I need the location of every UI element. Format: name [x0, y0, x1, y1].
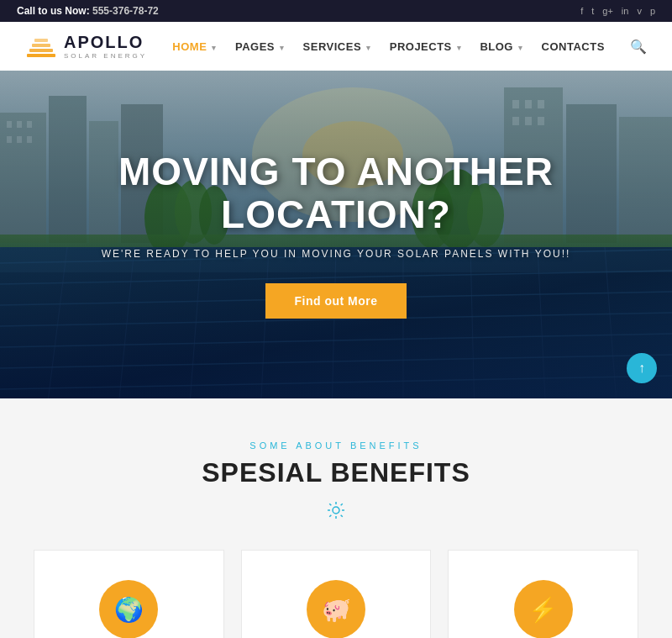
chevron-down-icon: ▾ — [280, 44, 285, 52]
chevron-down-icon: ▾ — [518, 44, 523, 52]
brand-name: APOLLO — [64, 32, 147, 52]
card-save-planet: 🌍 SAVE THE PLANET Besides all the materi… — [34, 550, 224, 638]
benefits-section: SOME ABOUT BENEFITS SPESIAL BENEFITS 🌍 S… — [0, 398, 672, 638]
vimeo-icon[interactable]: v — [637, 6, 642, 16]
top-bar: Call to us Now: 555-376-78-72 f t g+ in … — [0, 0, 672, 22]
navbar: APOLLO SOLAR ENERGY HOME ▾ PAGES ▾ SERVI… — [0, 22, 672, 71]
hero-title-line2: LOCATION? — [221, 192, 451, 236]
social-icons: f t g+ in v p — [580, 6, 655, 16]
brand-sub: SOLAR ENERGY — [64, 52, 147, 61]
linkedin-icon[interactable]: in — [622, 6, 629, 16]
svg-rect-2 — [32, 44, 50, 47]
chevron-down-icon: ▾ — [366, 44, 371, 52]
hero-title: MOVING TO ANOTHER LOCATION? — [118, 150, 554, 235]
nav-link-services[interactable]: SERVICES ▾ — [303, 40, 371, 53]
hero-content: MOVING TO ANOTHER LOCATION? WE'RE READY … — [0, 71, 672, 398]
chevron-down-icon: ▾ — [212, 44, 217, 52]
scroll-up-button[interactable]: ↑ — [627, 353, 657, 383]
phone-number: 555-376-78-72 — [92, 5, 159, 17]
benefits-title: SPESIAL BENEFITS — [17, 457, 655, 488]
hero-cta-button[interactable]: Find out More — [265, 283, 406, 319]
svg-rect-0 — [27, 54, 55, 57]
save-planet-icon: 🌍 — [99, 580, 158, 638]
logo: APOLLO SOLAR ENERGY — [25, 30, 147, 62]
gear-icon — [17, 500, 655, 525]
facebook-icon[interactable]: f — [580, 6, 583, 16]
nav-link-blog[interactable]: BLOG ▾ — [480, 40, 522, 53]
hero-subtitle: WE'RE READY TO HELP YOU IN MOVING YOUR S… — [102, 248, 571, 260]
card-control-energy: ⚡ CONTROL YOUR ENERGY Solar empowers bot… — [448, 550, 638, 638]
twitter-icon[interactable]: t — [591, 6, 594, 16]
nav-links: HOME ▾ PAGES ▾ SERVICES ▾ PROJECTS ▾ BLO… — [172, 39, 605, 54]
nav-item-pages[interactable]: PAGES ▾ — [235, 39, 285, 54]
svg-rect-3 — [34, 39, 48, 42]
svg-rect-1 — [29, 49, 53, 52]
nav-link-contacts[interactable]: CONTACTS — [542, 40, 605, 53]
svg-point-54 — [333, 507, 339, 514]
googleplus-icon[interactable]: g+ — [602, 6, 613, 16]
nav-link-projects[interactable]: PROJECTS ▾ — [390, 40, 462, 53]
call-label: Call to us Now: — [17, 5, 90, 17]
cut-bill-icon: 🐖 — [307, 580, 365, 638]
control-energy-icon: ⚡ — [514, 580, 573, 638]
card-cut-bill: 🐖 CUT YOUR BILL It is a time-proven fact… — [241, 550, 432, 638]
search-icon[interactable]: 🔍 — [630, 39, 647, 55]
logo-icon — [25, 30, 57, 62]
chevron-down-icon: ▾ — [457, 44, 462, 52]
nav-item-contacts[interactable]: CONTACTS — [542, 39, 605, 54]
cards-row: 🌍 SAVE THE PLANET Besides all the materi… — [17, 550, 655, 638]
phone-info: Call to us Now: 555-376-78-72 — [17, 5, 159, 17]
nav-link-home[interactable]: HOME ▾ — [172, 40, 217, 53]
nav-item-blog[interactable]: BLOG ▾ — [480, 39, 522, 54]
nav-link-pages[interactable]: PAGES ▾ — [235, 40, 285, 53]
nav-item-projects[interactable]: PROJECTS ▾ — [390, 39, 462, 54]
pinterest-icon[interactable]: p — [650, 6, 655, 16]
benefits-label: SOME ABOUT BENEFITS — [17, 440, 655, 451]
hero-section: MOVING TO ANOTHER LOCATION? WE'RE READY … — [0, 71, 672, 398]
logo-text: APOLLO SOLAR ENERGY — [64, 32, 147, 61]
nav-item-services[interactable]: SERVICES ▾ — [303, 39, 371, 54]
nav-item-home[interactable]: HOME ▾ — [172, 39, 217, 54]
hero-title-line1: MOVING TO ANOTHER — [118, 150, 554, 193]
